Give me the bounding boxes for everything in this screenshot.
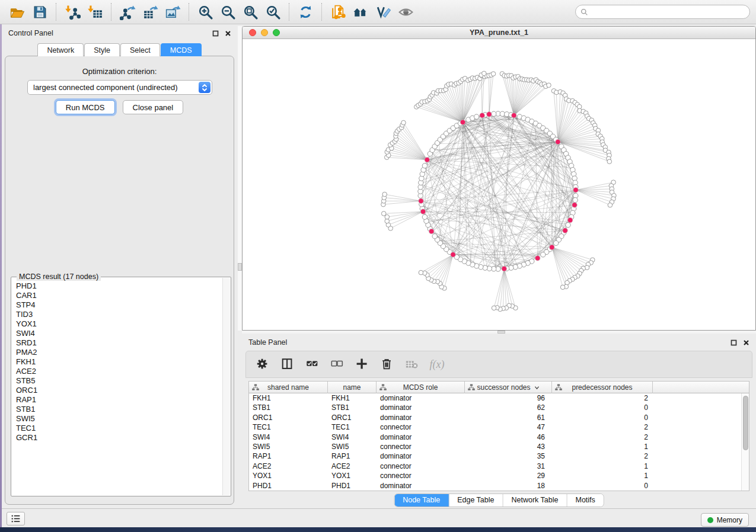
network-node[interactable] bbox=[382, 192, 387, 197]
style-brush-button[interactable] bbox=[372, 2, 394, 22]
mcds-hub-node[interactable] bbox=[535, 256, 540, 261]
table-row[interactable]: TEC1TEC1connector472 bbox=[249, 422, 749, 432]
tab-style[interactable]: Style bbox=[84, 43, 120, 56]
export-table-button[interactable] bbox=[139, 2, 161, 22]
network-node[interactable] bbox=[401, 120, 406, 125]
mcds-list-scrollbar[interactable] bbox=[222, 278, 230, 495]
zoom-selected-button[interactable] bbox=[261, 2, 284, 22]
select-all-button[interactable] bbox=[302, 354, 323, 375]
network-node[interactable] bbox=[566, 223, 570, 227]
tab-network-table[interactable]: Network Table bbox=[503, 494, 567, 507]
zoom-out-button[interactable] bbox=[216, 2, 239, 22]
network-node[interactable] bbox=[573, 198, 578, 203]
memory-button[interactable]: Memory bbox=[701, 513, 749, 527]
table-row[interactable]: STB1STB1dominator620 bbox=[249, 403, 749, 412]
mcds-hub-node[interactable] bbox=[573, 187, 579, 193]
table-scrollbar[interactable] bbox=[741, 393, 749, 491]
search-input[interactable] bbox=[591, 8, 745, 16]
mcds-result-item[interactable]: PMA2 bbox=[16, 348, 222, 357]
mcds-result-item[interactable]: YOX1 bbox=[16, 319, 222, 329]
mcds-hub-node[interactable] bbox=[419, 198, 424, 204]
table-row[interactable]: YOX1YOX1connector291 bbox=[249, 471, 749, 480]
column-header-name[interactable]: name bbox=[328, 382, 377, 393]
mcds-result-item[interactable]: STB1 bbox=[16, 405, 222, 414]
close-panel-icon[interactable] bbox=[224, 30, 232, 37]
table-row[interactable]: ORC1ORC1dominator610 bbox=[249, 413, 749, 422]
open-folder-button[interactable] bbox=[6, 2, 28, 22]
column-header-shared-name[interactable]: shared name bbox=[249, 382, 328, 393]
network-node[interactable] bbox=[554, 241, 559, 245]
mcds-result-item[interactable]: SWI4 bbox=[16, 329, 222, 338]
refresh-layout-button[interactable] bbox=[294, 2, 317, 22]
export-image-button[interactable] bbox=[161, 2, 184, 22]
mcds-hub-node[interactable] bbox=[429, 229, 434, 234]
mcds-result-item[interactable]: TEC1 bbox=[16, 424, 222, 433]
columns-button[interactable] bbox=[277, 354, 298, 375]
tab-select[interactable]: Select bbox=[120, 43, 160, 56]
network-node[interactable] bbox=[541, 252, 546, 257]
mcds-hub-node[interactable] bbox=[563, 228, 568, 233]
mcds-hub-node[interactable] bbox=[572, 203, 578, 208]
table-row[interactable]: FKH1FKH1dominator962 bbox=[249, 393, 749, 403]
mcds-hub-node[interactable] bbox=[425, 157, 430, 162]
import-table-button[interactable] bbox=[84, 2, 106, 22]
mcds-result-item[interactable]: ORC1 bbox=[16, 386, 222, 395]
network-node[interactable] bbox=[422, 164, 427, 168]
mcds-hub-node[interactable] bbox=[512, 113, 517, 118]
close-panel-button[interactable]: Close panel bbox=[123, 100, 184, 114]
network-node[interactable] bbox=[385, 219, 390, 223]
mcds-hub-node[interactable] bbox=[420, 209, 426, 214]
split-divider-vertical[interactable] bbox=[238, 26, 242, 331]
mcds-result-item[interactable]: GCR1 bbox=[16, 433, 222, 443]
network-node[interactable] bbox=[547, 83, 551, 88]
network-node[interactable] bbox=[474, 114, 479, 119]
close-panel-icon[interactable] bbox=[742, 339, 750, 347]
network-node[interactable] bbox=[422, 214, 427, 219]
zoom-in-button[interactable] bbox=[194, 2, 216, 22]
float-panel-icon[interactable] bbox=[212, 30, 219, 37]
column-header-successor-nodes[interactable]: successor nodes bbox=[465, 382, 552, 393]
network-node[interactable] bbox=[419, 270, 423, 275]
tab-mcds[interactable]: MCDS bbox=[161, 43, 202, 56]
criterion-dropdown[interactable]: largest connected component (undirected) bbox=[27, 80, 212, 95]
gear-button[interactable] bbox=[252, 354, 273, 375]
mcds-hub-node[interactable] bbox=[480, 113, 485, 118]
table-row[interactable]: RAP1RAP1dominator352 bbox=[249, 451, 749, 461]
table-row[interactable]: SWI5SWI5connector431 bbox=[249, 442, 749, 451]
homes-button[interactable] bbox=[349, 2, 372, 22]
table-row[interactable]: PHD1PHD1dominator180 bbox=[249, 481, 749, 491]
network-canvas[interactable] bbox=[243, 39, 755, 331]
network-node[interactable] bbox=[608, 203, 613, 207]
mcds-hub-node[interactable] bbox=[567, 217, 573, 223]
eye-button[interactable] bbox=[394, 2, 417, 22]
divider-grip-icon[interactable] bbox=[238, 263, 242, 271]
mcds-result-item[interactable]: RAP1 bbox=[16, 395, 222, 405]
mcds-hub-node[interactable] bbox=[460, 120, 465, 125]
tab-edge-table[interactable]: Edge Table bbox=[449, 494, 503, 507]
zoom-fit-button[interactable] bbox=[239, 2, 261, 22]
mcds-hub-node[interactable] bbox=[502, 266, 507, 271]
column-header-MCDS-role[interactable]: MCDS role bbox=[377, 382, 465, 393]
run-mcds-button[interactable]: Run MCDS bbox=[56, 100, 115, 114]
mcds-hub-node[interactable] bbox=[550, 245, 555, 250]
delete-column-button[interactable] bbox=[377, 354, 398, 375]
tab-node-table[interactable]: Node Table bbox=[394, 494, 449, 507]
network-node[interactable] bbox=[492, 111, 496, 116]
network-node[interactable] bbox=[432, 234, 437, 239]
mcds-hub-node[interactable] bbox=[451, 252, 456, 258]
network-node[interactable] bbox=[491, 72, 496, 76]
mcds-result-item[interactable]: SWI5 bbox=[16, 414, 222, 424]
mcds-result-item[interactable]: ACE2 bbox=[16, 367, 222, 376]
save-button[interactable] bbox=[28, 2, 51, 22]
export-network-button[interactable] bbox=[116, 2, 139, 22]
tab-motifs[interactable]: Motifs bbox=[567, 494, 603, 507]
table-scrollbar-thumb[interactable] bbox=[743, 396, 748, 450]
network-node[interactable] bbox=[482, 71, 487, 76]
mcds-result-item[interactable]: TID3 bbox=[16, 310, 222, 319]
task-history-button[interactable] bbox=[7, 512, 25, 525]
network-node[interactable] bbox=[607, 159, 612, 164]
mcds-result-item[interactable]: FKH1 bbox=[16, 357, 222, 367]
network-node[interactable] bbox=[381, 211, 386, 216]
mcds-result-item[interactable]: CAR1 bbox=[16, 291, 222, 300]
mcds-result-item[interactable]: SRD1 bbox=[16, 338, 222, 348]
